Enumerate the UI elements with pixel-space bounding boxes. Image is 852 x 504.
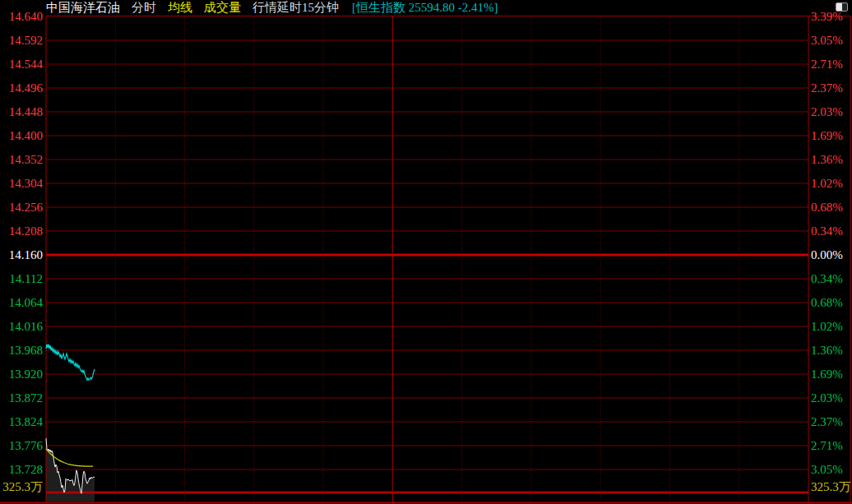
stock-app-window: 中国海洋石油 分时 均线 成交量 行情延时15分钟 [恒生指数 25594.80…	[0, 0, 852, 504]
percent-label-down: 1.36%	[811, 344, 852, 357]
volume-max-label-right: 325.3万	[811, 480, 852, 493]
price-label-up: 14.256	[0, 201, 43, 214]
price-label-up: 14.640	[0, 10, 43, 23]
price-label-up: 14.544	[0, 58, 43, 71]
price-label-prev-close: 14.160	[0, 248, 43, 261]
percent-label-zero: 0.00%	[811, 248, 852, 261]
price-label-down: 13.968	[0, 344, 43, 357]
price-label-down: 14.064	[0, 296, 43, 309]
percent-label-down: 0.34%	[811, 272, 852, 285]
price-label-down: 14.112	[0, 272, 43, 285]
percent-label-down: 1.02%	[811, 320, 852, 333]
price-label-up: 14.496	[0, 81, 43, 95]
price-label-up: 14.448	[0, 105, 43, 118]
price-label-up: 14.592	[0, 34, 43, 47]
intraday-chart[interactable]	[0, 0, 852, 504]
percent-label-up: 2.37%	[811, 81, 852, 95]
price-label-down: 13.872	[0, 391, 43, 405]
percent-label-up: 3.05%	[811, 34, 852, 47]
percent-label-up: 1.36%	[811, 153, 852, 166]
price-label-down: 13.824	[0, 415, 43, 428]
percent-label-up: 0.34%	[811, 224, 852, 238]
price-label-up: 14.352	[0, 153, 43, 166]
price-line	[46, 344, 95, 381]
percent-label-up: 3.39%	[811, 10, 852, 23]
price-label-down: 14.016	[0, 320, 43, 333]
price-label-up: 14.208	[0, 224, 43, 238]
price-label-down: 13.728	[0, 463, 43, 476]
price-label-down: 13.920	[0, 368, 43, 381]
percent-label-up: 2.03%	[811, 105, 852, 118]
volume-max-label-left: 325.3万	[0, 480, 43, 493]
price-label-up: 14.304	[0, 177, 43, 190]
percent-label-down: 3.05%	[811, 463, 852, 476]
percent-label-up: 0.68%	[811, 201, 852, 214]
percent-label-down: 2.37%	[811, 415, 852, 428]
percent-label-down: 0.68%	[811, 296, 852, 309]
percent-label-down: 2.03%	[811, 391, 852, 405]
percent-label-down: 2.71%	[811, 439, 852, 452]
price-label-up: 14.400	[0, 129, 43, 142]
price-label-down: 13.776	[0, 439, 43, 452]
percent-label-up: 1.69%	[811, 129, 852, 142]
percent-label-up: 1.02%	[811, 177, 852, 190]
percent-label-down: 1.69%	[811, 368, 852, 381]
percent-label-up: 2.71%	[811, 58, 852, 71]
